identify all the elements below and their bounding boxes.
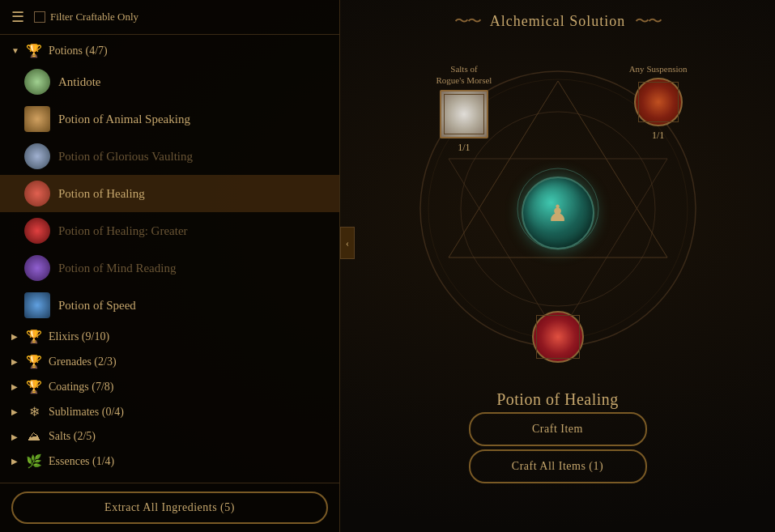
arrow-right-grenades-icon: ▶	[11, 357, 19, 366]
arrow-down-icon: ▼	[11, 46, 19, 55]
category-coatings[interactable]: ▶ 🏆 Coatings (7/8)	[0, 374, 339, 399]
sublimates-label: Sublimates (0/4)	[49, 406, 124, 419]
coatings-label: Coatings (7/8)	[49, 381, 114, 394]
category-elixirs[interactable]: ▶ 🏆 Elixirs (9/10)	[0, 324, 339, 349]
salt-slot-box[interactable]	[440, 90, 488, 138]
arrow-right-essences-icon: ▶	[11, 457, 19, 466]
essences-icon: 🌿	[26, 453, 42, 469]
scroll-left-button[interactable]: ‹	[340, 227, 355, 259]
salts-label: Salts (2/5)	[49, 430, 96, 443]
result-name: Potion of Healing	[496, 390, 619, 409]
filter-label: Filter Craftable Only	[50, 11, 138, 23]
bottom-bar: Extract All Ingredients (5)	[0, 483, 339, 532]
craft-all-items-button[interactable]: Craft All Items (1)	[469, 449, 647, 483]
salt-count: 1/1	[458, 142, 470, 154]
potions-label: Potions (4/7)	[49, 45, 108, 57]
extract-all-button[interactable]: Extract All Ingredients (5)	[11, 492, 328, 524]
item-animal-speaking[interactable]: Potion of Animal Speaking	[0, 100, 339, 138]
animal-speaking-label: Potion of Animal Speaking	[58, 113, 190, 126]
healing-icon	[24, 181, 50, 206]
antidote-icon	[24, 69, 50, 95]
sublimates-icon: ❄	[26, 404, 42, 419]
category-potions[interactable]: ▼ 🏆 Potions (4/7)	[0, 38, 339, 63]
ornament-right-icon: 〜〜	[635, 11, 661, 31]
item-healing-greater[interactable]: Potion of Healing: Greater	[0, 212, 339, 249]
arrow-right-elixirs-icon: ▶	[11, 332, 19, 341]
coatings-icon: 🏆	[26, 379, 42, 394]
item-antidote[interactable]: Antidote	[0, 63, 339, 100]
alchemy-title: Alchemical Solution	[490, 13, 625, 30]
salt-label: Salts of Rogue's Morsel	[436, 63, 492, 87]
item-list: ▼ 🏆 Potions (4/7) Antidote Potion of Ani…	[0, 35, 339, 483]
center-orb: ♟	[522, 177, 594, 249]
elixirs-label: Elixirs (9/10)	[49, 330, 109, 343]
ingredient-slot-result	[532, 311, 584, 363]
suspension-count: 1/1	[652, 130, 664, 142]
filter-icon: ☰	[11, 8, 24, 26]
healing-greater-label: Potion of Healing: Greater	[58, 224, 188, 238]
essences-label: Essences (1/4)	[49, 455, 114, 468]
category-grenades[interactable]: ▶ 🏆 Grenades (2/3)	[0, 349, 339, 374]
checkbox[interactable]	[34, 11, 45, 23]
potions-icon: 🏆	[26, 43, 42, 58]
top-bar: ☰ Filter Craftable Only	[0, 0, 339, 35]
right-panel: 〜〜 Alchemical Solution 〜〜	[340, 0, 775, 532]
mind-reading-icon	[24, 255, 50, 281]
alchemy-header: 〜〜 Alchemical Solution 〜〜	[454, 0, 661, 39]
item-healing[interactable]: Potion of Healing	[0, 175, 339, 212]
animal-speaking-icon	[24, 106, 50, 132]
ornament-left-icon: 〜〜	[454, 11, 480, 31]
healing-label: Potion of Healing	[58, 187, 145, 201]
category-essences[interactable]: ▶ 🌿 Essences (1/4)	[0, 449, 339, 474]
speed-label: Potion of Speed	[58, 299, 136, 313]
glorious-vaulting-icon	[24, 143, 50, 169]
suspension-slot-box[interactable]	[634, 78, 683, 126]
item-glorious-vaulting[interactable]: Potion of Glorious Vaulting	[0, 138, 339, 175]
glorious-vaulting-label: Potion of Glorious Vaulting	[58, 150, 193, 164]
category-salts[interactable]: ▶ ⛰ Salts (2/5)	[0, 424, 339, 449]
mind-reading-label: Potion of Mind Reading	[58, 262, 176, 275]
arrow-right-salts-icon: ▶	[11, 432, 19, 441]
speed-icon	[24, 292, 50, 318]
healing-greater-icon	[24, 218, 50, 244]
grenades-icon: 🏆	[26, 354, 42, 369]
elixirs-icon: 🏆	[26, 329, 42, 344]
suspension-label: Any Suspension	[629, 63, 688, 74]
ingredient-slot-suspension: Any Suspension 1/1	[629, 63, 688, 142]
arrow-right-coatings-icon: ▶	[11, 382, 19, 391]
item-speed[interactable]: Potion of Speed	[0, 287, 339, 324]
left-panel: ☰ Filter Craftable Only ▼ 🏆 Potions (4/7…	[0, 0, 340, 532]
category-sublimates[interactable]: ▶ ❄ Sublimates (0/4)	[0, 399, 339, 424]
item-mind-reading[interactable]: Potion of Mind Reading	[0, 249, 339, 287]
filter-craftable-checkbox[interactable]: Filter Craftable Only	[34, 11, 138, 23]
ingredient-slot-salt: Salts of Rogue's Morsel 1/1	[436, 63, 492, 154]
craft-buttons: Craft Item Craft All Items (1)	[469, 409, 647, 483]
chevron-left-icon: ‹	[346, 237, 349, 249]
grenades-label: Grenades (2/3)	[49, 355, 117, 368]
arrow-right-sublimates-icon: ▶	[11, 407, 19, 416]
result-slot-box[interactable]	[532, 311, 584, 363]
alchemy-circle: Salts of Rogue's Morsel 1/1 Any Suspensi…	[404, 39, 712, 387]
salts-icon: ⛰	[26, 429, 42, 444]
orb-icon: ♟	[547, 200, 568, 227]
craft-item-button[interactable]: Craft Item	[469, 412, 647, 446]
antidote-label: Antidote	[58, 75, 101, 89]
